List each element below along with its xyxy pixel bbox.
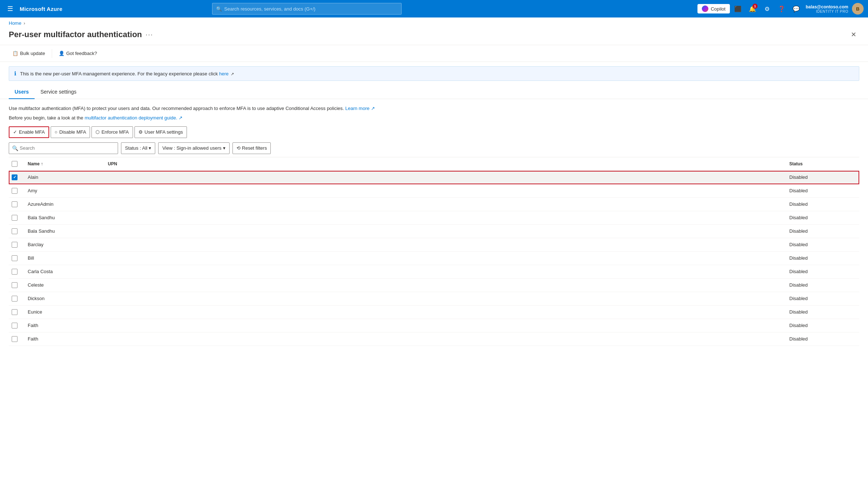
bulk-update-button[interactable]: 📋 Bulk update: [9, 49, 49, 58]
table-row[interactable]: DicksonDisabled: [9, 292, 859, 306]
row-checkbox[interactable]: [12, 255, 17, 261]
checkmark-icon: ✓: [13, 129, 17, 135]
topbar: ☰ Microsoft Azure 🔍 Copilot ⬛ 🔔 1 ⚙ ❓ 💬 …: [0, 0, 868, 17]
page-header: Per-user multifactor authentication ··· …: [0, 29, 868, 45]
feedback-icon: 💬: [793, 5, 800, 12]
hamburger-menu[interactable]: ☰: [4, 3, 16, 14]
notifications-button[interactable]: 🔔 1: [746, 2, 759, 15]
row-checkbox[interactable]: [12, 282, 17, 288]
row-checkbox[interactable]: [12, 269, 17, 275]
th-upn-label: UPN: [108, 161, 117, 166]
user-mfa-settings-button[interactable]: ⚙ User MFA settings: [134, 126, 187, 138]
row-status: Disabled: [786, 306, 859, 319]
table-row[interactable]: EuniceDisabled: [9, 306, 859, 319]
enable-mfa-button[interactable]: ✓ Enable MFA: [9, 126, 49, 138]
th-upn[interactable]: UPN: [105, 157, 786, 170]
row-name: Celeste: [25, 279, 105, 292]
table-row[interactable]: FaithDisabled: [9, 319, 859, 332]
row-checkbox-cell: [9, 292, 25, 305]
learn-more-link[interactable]: Learn more ↗: [345, 106, 375, 111]
select-all-checkbox[interactable]: [12, 161, 17, 167]
table-header: Name ↑ UPN Status: [9, 157, 859, 171]
table-row[interactable]: BarclayDisabled: [9, 238, 859, 252]
topbar-right: Copilot ⬛ 🔔 1 ⚙ ❓ 💬 balas@contoso.com ID…: [697, 2, 864, 15]
table-row[interactable]: AmyDisabled: [9, 184, 859, 198]
table-row[interactable]: Bala SandhuDisabled: [9, 211, 859, 225]
row-checkbox[interactable]: [12, 201, 17, 207]
row-checkbox-cell: [9, 306, 25, 319]
help-button[interactable]: ❓: [775, 2, 788, 15]
toolbar-separator: [52, 49, 52, 58]
view-chevron-icon: ▾: [223, 145, 226, 151]
row-name: Bill: [25, 252, 105, 265]
row-status: Disabled: [786, 279, 859, 292]
status-filter-button[interactable]: Status : All ▾: [121, 142, 155, 154]
view-filter-button[interactable]: View : Sign-in allowed users ▾: [158, 142, 229, 154]
table-row[interactable]: FaithDisabled: [9, 332, 859, 346]
cloud-shell-button[interactable]: ⬛: [731, 2, 744, 15]
table-row[interactable]: Bala SandhuDisabled: [9, 225, 859, 238]
disable-mfa-button[interactable]: ○ Disable MFA: [51, 126, 90, 138]
th-status[interactable]: Status: [786, 157, 859, 170]
tabs-container: Users Service settings: [0, 85, 868, 99]
row-status: Disabled: [786, 238, 859, 251]
deployment-guide-link[interactable]: multifactor authentication deployment gu…: [85, 115, 183, 121]
row-checkbox[interactable]: [12, 336, 17, 342]
feedback-toolbar-button[interactable]: 👤 Got feedback?: [55, 49, 101, 58]
feedback-button[interactable]: 💬: [790, 2, 803, 15]
close-button[interactable]: ✕: [848, 29, 859, 40]
legacy-link[interactable]: here: [219, 71, 228, 76]
breadcrumb-home[interactable]: Home: [9, 20, 21, 26]
row-upn: [105, 184, 786, 197]
table-row[interactable]: CelesteDisabled: [9, 279, 859, 292]
row-status: Disabled: [786, 332, 859, 346]
info-icon: ℹ: [14, 70, 16, 77]
user-search-box[interactable]: 🔍: [9, 142, 118, 154]
table-row[interactable]: BillDisabled: [9, 252, 859, 265]
more-options-button[interactable]: ···: [146, 31, 153, 39]
row-checkbox-cell: [9, 184, 25, 197]
action-bar: ✓ Enable MFA ○ Disable MFA ⬡ Enforce MFA…: [9, 126, 859, 138]
user-email: balas@contoso.com: [806, 4, 848, 9]
feedback-toolbar-label: Got feedback?: [66, 51, 97, 56]
user-avatar[interactable]: B: [852, 3, 864, 15]
table-row[interactable]: Carla CostaDisabled: [9, 265, 859, 279]
row-checkbox[interactable]: [12, 296, 17, 302]
row-status: Disabled: [786, 225, 859, 238]
row-checkbox[interactable]: [12, 188, 17, 194]
row-checkbox[interactable]: [12, 323, 17, 328]
table-body: AlainDisabledAmyDisabledAzureAdminDisabl…: [9, 171, 859, 346]
user-search-input[interactable]: [20, 145, 115, 151]
row-checkbox[interactable]: [12, 174, 17, 180]
tab-service-settings[interactable]: Service settings: [35, 85, 82, 99]
row-name: Alain: [25, 171, 105, 184]
info-banner: ℹ This is the new per-user MFA managemen…: [9, 66, 859, 81]
row-checkbox-cell: [9, 265, 25, 278]
row-upn: [105, 306, 786, 319]
notification-badge: 1: [752, 4, 758, 9]
row-checkbox[interactable]: [12, 309, 17, 315]
row-upn: [105, 265, 786, 278]
reset-filters-button[interactable]: ⟲ Reset filters: [232, 142, 271, 154]
reset-label: Reset filters: [242, 145, 267, 151]
row-upn: [105, 171, 786, 184]
table-row[interactable]: AlainDisabled: [9, 171, 859, 184]
row-checkbox-cell: [9, 211, 25, 224]
copilot-button[interactable]: Copilot: [697, 4, 730, 13]
copilot-icon: [702, 5, 708, 12]
enforce-mfa-button[interactable]: ⬡ Enforce MFA: [91, 126, 133, 138]
table-row[interactable]: AzureAdminDisabled: [9, 198, 859, 211]
settings-button[interactable]: ⚙: [761, 2, 774, 15]
global-search-input[interactable]: [224, 6, 398, 12]
th-checkbox[interactable]: [9, 157, 25, 170]
global-search-box[interactable]: 🔍: [212, 3, 402, 15]
tab-users[interactable]: Users: [9, 85, 35, 99]
th-name[interactable]: Name ↑: [25, 157, 105, 170]
breadcrumb: Home ›: [0, 17, 868, 29]
row-upn: [105, 279, 786, 292]
row-checkbox[interactable]: [12, 242, 17, 248]
user-info[interactable]: balas@contoso.com IDENTITY IT PRO: [806, 4, 848, 13]
row-checkbox[interactable]: [12, 228, 17, 234]
row-checkbox[interactable]: [12, 215, 17, 221]
enable-mfa-label: Enable MFA: [19, 129, 45, 135]
